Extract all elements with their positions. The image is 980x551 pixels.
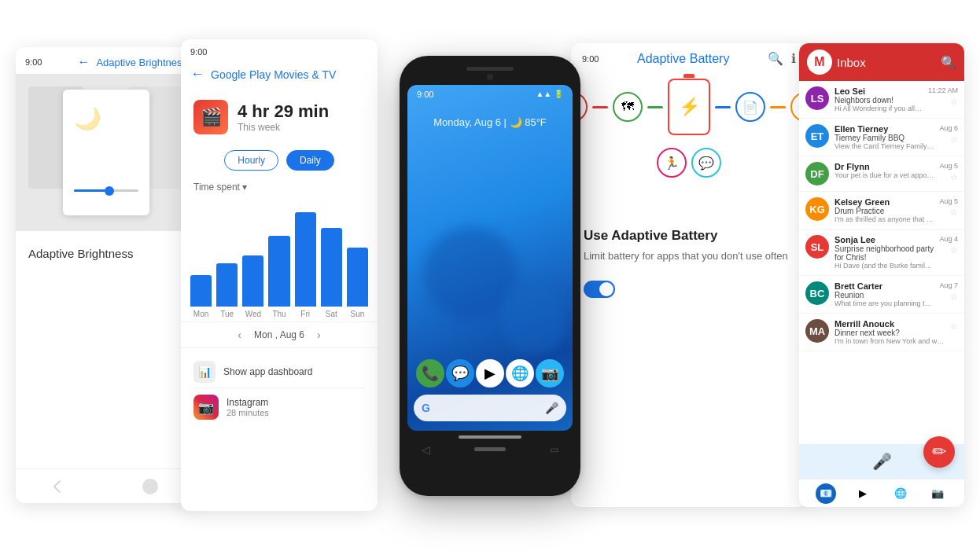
time-spent-label[interactable]: Time spent ▾ [181,178,378,196]
chart-bar [295,212,316,307]
tab-hourly[interactable]: Hourly [224,150,278,171]
star-icon[interactable]: ☆ [950,97,958,107]
email-preview: View the Card Tierney Family BBQ [834,142,934,150]
star-icon[interactable]: ☆ [950,292,958,302]
email-list-item[interactable]: KG Kelsey Green Drum Practice I'm as thr… [799,192,964,230]
phone-screen: 9:00 ▲▲ 🔋 Monday, Aug 6 | 🌙 85°F 📞 💬 ▶ 🌐… [407,85,573,431]
email-name: Leo Sei [834,86,923,96]
email-time: Aug 4 [939,235,958,243]
gmail-nav-camera[interactable]: 📷 [927,483,948,504]
date-label: Mon , Aug 6 [254,329,304,340]
gmail-inbox-label: Inbox [837,56,866,69]
dock-messages-icon[interactable]: 💬 [446,359,474,388]
brightness-slider[interactable] [74,189,138,192]
bar-column: Wed [242,255,263,318]
email-list-item[interactable]: ET Ellen Tierney Tierney Family BBQ View… [799,119,964,156]
email-list-item[interactable]: SL Sonja Lee Surprise neighborhood party… [799,230,964,276]
mic-icon[interactable]: 🎤 [545,402,558,414]
brightness-time: 9:00 [25,57,42,67]
email-avatar: SL [805,235,829,259]
dashboard-label: Show app dashboard [223,366,312,377]
chart-bar [321,228,342,307]
email-name: Ellen Tierney [834,124,934,134]
email-name: Dr Flynn [834,162,934,171]
phone-mockup: 🌙 [63,90,149,215]
email-preview: Hi Dave (and the Burke family), I'm thro… [834,262,934,270]
battery-line-1 [592,106,608,108]
email-avatar: ET [805,124,829,148]
gmail-nav-play[interactable]: ▶ [853,483,873,504]
phone-speaker [466,67,514,71]
dock-play-icon[interactable]: ▶ [476,359,504,388]
back-nav-button[interactable] [53,479,66,493]
star-icon[interactable]: ☆ [950,245,958,255]
bar-column: Fri [295,212,316,318]
dock-chrome-icon[interactable]: 🌐 [506,359,534,388]
movies-back-icon[interactable]: ← [190,66,204,83]
battery-line-2 [647,106,663,108]
star-icon[interactable]: ☆ [950,134,958,145]
gmail-compose-fab[interactable]: ✏ [923,436,955,468]
dashboard-icon: 📊 [193,361,216,383]
email-time: Aug 5 [939,162,958,170]
moon-icon: 🌙 [74,105,101,131]
dock-phone-icon[interactable]: 📞 [416,359,444,388]
gmail-search-icon[interactable]: 🔍 [941,55,956,70]
battery-circle-maps: 🗺 [613,92,643,122]
search-icon[interactable]: 🔍 [768,51,783,66]
brightness-topbar: 9:00 ← Adaptive Brightness [16,47,197,74]
star-icon[interactable]: ☆ [950,321,958,332]
email-list-item[interactable]: DF Dr Flynn Your pet is due for a vet ap… [799,156,964,192]
bar-column: Thu [268,236,289,318]
bar-column: Sun [347,248,368,318]
phone-time: 9:00 [417,90,433,99]
battery-toggle-row [571,274,807,304]
prev-date-arrow[interactable]: ‹ [238,329,241,341]
info-icon[interactable]: ℹ [791,51,796,66]
email-avatar: KG [805,197,829,221]
brightness-screen-preview: 🌙 [16,74,197,231]
scene: 9:00 ← Adaptive Brightness 🌙 Adaptive Br… [0,0,980,551]
phone-camera [487,74,493,80]
recents-gesture[interactable]: ▭ [550,444,558,455]
email-meta: Aug 6 ☆ [939,124,958,145]
email-list-item[interactable]: MA Merrill Anouck Dinner next week? I'm … [799,314,964,351]
gmail-topbar: M Inbox 🔍 [799,43,964,81]
instagram-item: 📷 Instagram 28 minutes [193,388,365,426]
dashboard-item[interactable]: 📊 Show app dashboard [193,356,365,388]
home-nav-button[interactable] [142,479,158,494]
back-gesture[interactable]: ◁ [422,443,430,456]
google-logo: G [422,402,430,414]
chart-bar [216,263,238,307]
chart-bar [190,275,212,307]
bar-label: Wed [245,310,261,318]
back-arrow-icon[interactable]: ← [77,55,90,69]
next-date-arrow[interactable]: › [317,329,321,341]
phone-date-weather: Monday, Aug 6 | 🌙 85°F [407,116,573,128]
email-preview: I'm as thrilled as anyone that your kid … [834,215,934,223]
movies-duration: 4 hr 29 min [238,101,329,122]
brightness-topbar-title: Adaptive Brightness [96,57,187,68]
star-icon[interactable]: ☆ [950,172,958,182]
battery-center-icon: ⚡ [668,79,710,135]
gmail-nav-icon-1[interactable]: 📧 [816,483,836,504]
phone-searchbar[interactable]: G 🎤 [414,395,566,421]
mic-icon[interactable]: 🎤 [872,452,892,471]
battery-topbar: 9:00 Adaptive Battery 🔍 ℹ [571,43,807,71]
gmail-nav-chrome[interactable]: 🌐 [890,483,911,504]
email-preview: What time are you planning to head out f… [834,299,934,307]
tab-daily[interactable]: Daily [286,150,334,171]
bar-label: Tue [220,310,234,318]
email-list-item[interactable]: LS Leo Sei Neighbors down! Hi All Wonder… [799,81,964,119]
movies-title: Google Play Movies & TV [211,68,336,81]
home-gesture[interactable] [474,447,506,451]
email-list-item[interactable]: BC Brett Carter Reunion What time are yo… [799,276,964,314]
dock-camera-icon[interactable]: 📷 [536,359,564,388]
battery-description: Limit battery for apps that you don't us… [571,250,807,274]
email-time: Aug 6 [939,124,958,132]
bar-column: Mon [190,275,212,318]
star-icon[interactable]: ☆ [950,208,958,218]
instagram-time: 28 minutes [227,408,269,417]
adaptive-battery-toggle[interactable] [584,281,615,298]
email-content: Kelsey Green Drum Practice I'm as thrill… [834,197,934,223]
